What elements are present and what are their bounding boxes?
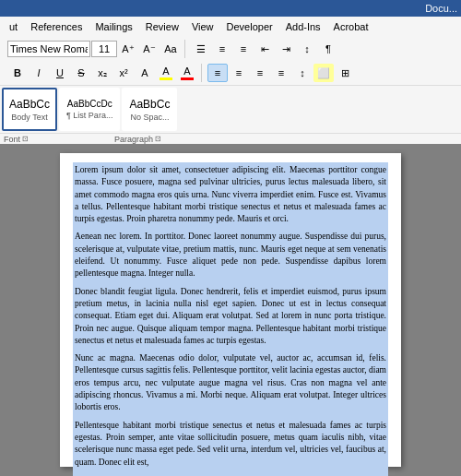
text-effects-button[interactable]: A [135,64,155,82]
strikethrough-button[interactable]: S [71,64,91,82]
align-left-button[interactable]: ≡ [207,64,228,82]
decrease-indent-button[interactable]: ⇤ [254,40,275,58]
style-no-spacing[interactable]: AaBbCc No Spac... [122,88,177,131]
style-list-para-preview: AaBbCcDc [67,99,112,109]
change-case-button[interactable]: Aa [160,40,181,58]
borders-button[interactable]: ⊞ [335,64,355,82]
style-body-text[interactable]: AaBbCc Body Text [2,88,57,131]
document-page[interactable]: Lorem ipsum dolor sit amet, consectetuer… [60,153,401,467]
style-list-para[interactable]: AaBbCcDc ¶ List Para... [59,88,120,131]
style-list-para-label: ¶ List Para... [66,111,112,120]
shrink-font-button[interactable]: A⁻ [139,40,160,58]
paragraph-4: Nunc ac magna. Maecenas odio dolor, vulp… [75,352,386,413]
menu-references[interactable]: References [25,19,88,34]
font-group-label: Font ⊡ [4,135,77,144]
bullets-button[interactable]: ☰ [191,40,211,58]
menu-addins[interactable]: Add-Ins [280,19,326,34]
style-body-text-label: Body Text [11,113,47,122]
grow-font-button[interactable]: A⁺ [118,40,138,58]
paragraph-group-expand-icon[interactable]: ⊡ [155,135,161,143]
sort-button[interactable]: ↕ [297,40,317,58]
font-group-expand-icon[interactable]: ⊡ [22,135,29,143]
style-gallery: AaBbCc Body Text AaBbCcDc ¶ List Para...… [0,85,461,133]
paragraph-3: Donec blandit feugiat ligula. Donec hend… [75,286,386,347]
subscript-button[interactable]: x₂ [92,64,112,82]
align-right-button[interactable]: ≡ [250,64,270,82]
menu-developer[interactable]: Developer [221,19,278,34]
multilevel-list-button[interactable]: ≡ [233,40,254,58]
font-group-controls: A⁺ A⁻ Aa [4,40,185,58]
font-name-input[interactable] [7,41,90,57]
show-paragraph-button[interactable]: ¶ [318,40,338,58]
paragraph-group-label: Paragraph ⊡ [114,135,188,144]
style-body-text-preview: AaBbCc [9,98,50,111]
font-size-input[interactable] [91,41,117,57]
title-bar: Docu... [0,0,461,17]
menu-review[interactable]: Review [140,19,184,34]
menu-mailings[interactable]: Mailings [89,19,137,34]
group-labels: Font ⊡ Paragraph ⊡ [0,133,461,144]
superscript-button[interactable]: x² [113,64,134,82]
paragraph-2: Aenean nec lorem. In porttitor. Donec la… [75,231,386,280]
font-color-button[interactable]: A [177,64,197,82]
line-spacing-button[interactable]: ↕ [292,64,313,82]
font-format-group: B I U S x₂ x² A A A [4,64,202,82]
shading-button[interactable]: ⬜ [313,64,334,82]
toolbar-row-1: A⁺ A⁻ Aa ☰ ≡ ≡ ⇤ ⇥ ↕ ¶ [0,37,461,61]
highlight-color-button[interactable]: A [156,64,176,82]
justify-button[interactable]: ≡ [271,64,291,82]
numbering-button[interactable]: ≡ [212,40,232,58]
menu-bar: ut References Mailings Review View Devel… [0,17,461,37]
align-center-button[interactable]: ≡ [229,64,249,82]
menu-ut[interactable]: ut [4,19,23,34]
underline-button[interactable]: U [50,64,70,82]
increase-indent-button[interactable]: ⇥ [276,40,296,58]
alignment-group: ≡ ≡ ≡ ≡ ↕ ⬜ ⊞ [204,64,359,82]
paragraph-group-text: Paragraph [114,135,153,144]
title-text: Docu... [425,3,457,14]
toolbar-row-2: B I U S x₂ x² A A A ≡ ≡ ≡ ≡ ↕ ⬜ ⊞ [0,61,461,85]
menu-view[interactable]: View [186,19,219,34]
paragraph-5: Pellentesque habitant morbi tristique se… [75,420,386,469]
document-content[interactable]: Lorem ipsum dolor sit amet, consectetuer… [73,162,388,476]
paragraph-1: Lorem ipsum dolor sit amet, consectetuer… [75,164,386,225]
font-group-text: Font [4,135,20,144]
italic-button[interactable]: I [29,64,49,82]
main-layout: Docu... ut References Mailings Review Vi… [0,0,461,476]
paragraph-group-controls-1: ☰ ≡ ≡ ⇤ ⇥ ↕ ¶ [187,40,342,58]
bold-button[interactable]: B [7,64,28,82]
style-no-spacing-label: No Spac... [130,113,169,122]
menu-acrobat[interactable]: Acrobat [328,19,374,34]
style-no-spacing-preview: AaBbCc [129,98,170,111]
document-area: Lorem ipsum dolor sit amet, consectetuer… [0,144,461,476]
